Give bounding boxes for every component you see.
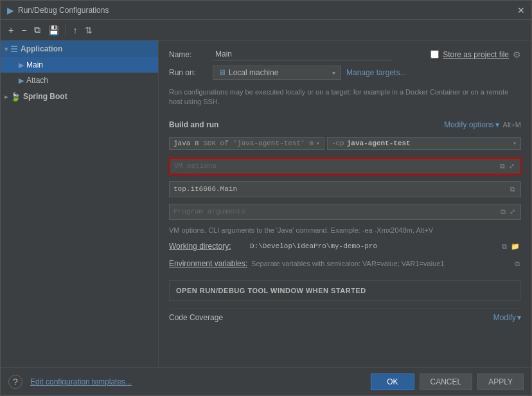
main-content: ▾ ☰ Application ▶ Main ▶ Attach ▸ 🍃 Spri… [1,40,531,367]
main-class-field[interactable]: top.it6666.Main ⧉ [169,181,521,197]
modify-options-label: Modify options [444,120,493,129]
help-button[interactable]: ? [8,375,22,389]
run-on-select[interactable]: 🖥 Local machine ▾ [213,66,341,80]
sidebar-item-main[interactable]: ▶ Main [1,57,158,73]
bottom-bar: ? Edit configuration templates... OK CAN… [1,367,531,395]
sidebar-item-attach[interactable]: ▶ Attach [1,73,158,88]
chevron-down-icon: ▾ [4,46,8,53]
toolbar: + − ⧉ 💾 ↑ ⇅ [1,20,531,40]
title-bar-left: ▶ Run/Debug Configurations [7,5,109,15]
code-coverage-row: Code Coverage Modify ▾ [169,309,521,326]
sort-button[interactable]: ⇅ [82,24,95,37]
add-button[interactable]: + [6,24,16,37]
build-run-header: Build and run Modify options ▾ Alt+M [169,120,521,129]
vm-options-copy-icon[interactable]: ⧉ [499,161,506,171]
code-coverage-modify-link[interactable]: Modify ▾ [493,313,521,322]
debug-window-label: OPEN RUN/DEBUG TOOL WINDOW WHEN STARTED [176,287,366,294]
main-label: Main [26,60,43,69]
vm-options-field[interactable]: VM options ⧉ ⤢ [169,158,521,175]
chevron-right-icon: ▸ [4,93,8,100]
prog-args-expand-icon[interactable]: ⤢ [508,207,517,217]
action-buttons: OK CANCEL APPLY [371,374,524,390]
env-vars-label: Environment variables: [169,259,247,268]
vm-hint: VM options. CLI arguments to the 'Java' … [169,226,521,234]
store-checkbox-row: Store as project file ⚙ [430,50,521,60]
copy-button[interactable]: ⧉ [31,23,43,37]
name-label: Name: [169,50,208,59]
sdk-row: java 8 SDK of 'java-agent-test' m ▾ -cp … [169,137,521,150]
cancel-button[interactable]: CANCEL [420,374,473,390]
local-machine-icon: 🖥 [218,68,226,77]
close-button[interactable]: ✕ [517,5,525,15]
main-class-icons: ⧉ [509,184,517,194]
spring-boot-label: Spring Boot [23,92,67,101]
modify-label: Modify [493,313,516,322]
name-row-left: Name: [169,48,393,60]
debug-window-section: OPEN RUN/DEBUG TOOL WINDOW WHEN STARTED [169,280,521,301]
spring-boot-icon: 🍃 [10,92,21,102]
sidebar-group-application[interactable]: ▾ ☰ Application [1,40,158,57]
run-on-row: Run on: 🖥 Local machine ▾ Manage targets… [169,66,521,80]
vm-options-expand-icon[interactable]: ⤢ [508,161,516,171]
run-on-value: Local machine [229,68,278,77]
vm-options-icons: ⧉ ⤢ [499,161,516,171]
run-debug-dialog: ▶ Run/Debug Configurations ✕ + − ⧉ 💾 ↑ ⇅… [0,0,532,396]
sdk-select[interactable]: java 8 SDK of 'java-agent-test' m ▾ [169,137,324,150]
application-label: Application [21,44,62,53]
program-arguments-placeholder: Program arguments [173,208,499,215]
run-debug-icon: ▶ [7,5,14,15]
program-arguments-field[interactable]: Program arguments ⧉ ⤢ [169,204,521,220]
store-label[interactable]: Store as project file [443,50,509,59]
env-vars-hint: Separate variables with semicolon: VAR=v… [251,260,510,267]
remove-button[interactable]: − [19,24,29,37]
manage-targets-link[interactable]: Manage targets... [346,68,406,77]
modify-options-arrow: ▾ [495,120,499,129]
prog-args-copy-icon[interactable]: ⧉ [499,207,507,217]
apply-button[interactable]: APPLY [477,374,524,390]
working-dir-copy-icon[interactable]: ⧉ [501,242,508,251]
application-icon: ☰ [10,44,18,54]
run-on-label: Run on: [169,68,208,77]
title-bar: ▶ Run/Debug Configurations ✕ [1,1,531,20]
sidebar-group-spring-boot[interactable]: ▸ 🍃 Spring Boot [1,88,158,105]
working-dir-value: D:\Develop\IdeaPro\my-demo-pro [250,242,497,250]
right-panel: Name: Store as project file ⚙ Run on: 🖥 … [159,40,531,367]
toolbar-separator [66,25,66,35]
prog-args-icons: ⧉ ⤢ [499,207,517,217]
cp-prefix: -cp [332,140,344,147]
edit-config-link[interactable]: Edit configuration templates... [30,377,132,386]
run-on-description: Run configurations may be executed local… [169,85,521,110]
sdk-label: java 8 SDK of 'java-agent-test' m [173,140,314,147]
working-dir-icons: ⧉ 📁 [501,242,521,251]
alt-m-badge: Alt+M [503,121,521,129]
build-run-title: Build and run [169,120,218,129]
move-up-button[interactable]: ↑ [70,24,80,37]
save-button[interactable]: 💾 [46,24,62,37]
working-directory-row: Working directory: D:\Develop\IdeaPro\my… [169,242,521,251]
main-class-value: top.it6666.Main [173,185,509,193]
modify-arrow: ▾ [517,313,521,322]
code-coverage-label: Code Coverage [169,313,223,322]
main-class-copy-icon[interactable]: ⧉ [509,184,517,194]
attach-icon: ▶ [19,76,24,85]
bottom-left: ? Edit configuration templates... [8,375,132,389]
gear-icon[interactable]: ⚙ [513,50,521,60]
name-row: Name: Store as project file ⚙ [169,48,521,60]
working-dir-browse-icon[interactable]: 📁 [510,242,521,251]
dialog-title: Run/Debug Configurations [18,6,109,15]
attach-label: Attach [26,76,48,85]
env-vars-row: Environment variables: Separate variable… [169,259,521,269]
store-checkbox[interactable] [430,50,439,59]
working-dir-label: Working directory: [169,242,246,251]
ok-button[interactable]: OK [371,374,414,390]
vm-options-placeholder: VM options [174,162,499,170]
name-input[interactable] [213,48,393,60]
run-icon: ▶ [19,61,24,69]
cp-select[interactable]: -cp java-agent-test ▾ [327,137,521,150]
modify-options-link[interactable]: Modify options ▾ Alt+M [444,120,521,129]
sdk-dropdown-arrow: ▾ [316,140,320,147]
cp-dropdown-arrow: ▾ [513,140,517,147]
run-on-dropdown-arrow: ▾ [332,69,335,76]
env-vars-icon[interactable]: ⧉ [513,259,521,269]
sidebar: ▾ ☰ Application ▶ Main ▶ Attach ▸ 🍃 Spri… [1,40,159,367]
